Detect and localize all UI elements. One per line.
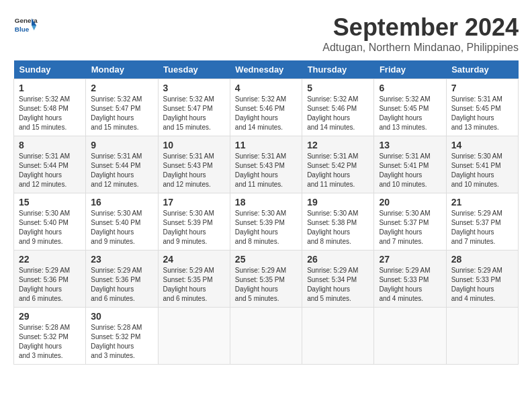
day-number: 11 [235,140,297,150]
calendar-cell: 2 Sunrise: 5:32 AMSunset: 5:47 PMDayligh… [86,79,158,136]
day-number: 29 [19,311,81,322]
day-info: Sunrise: 5:31 AMSunset: 5:42 PMDaylight … [307,152,358,188]
calendar-cell: 21 Sunrise: 5:29 AMSunset: 5:37 PMDaylig… [446,193,518,250]
day-info: Sunrise: 5:30 AMSunset: 5:39 PMDaylight … [235,210,286,245]
logo-icon: General Blue [13,13,38,38]
day-info: Sunrise: 5:32 AMSunset: 5:46 PMDaylight … [235,95,286,131]
day-info: Sunrise: 5:31 AMSunset: 5:44 PMDaylight … [19,152,70,188]
day-number: 9 [91,140,152,150]
header-wednesday: Wednesday [230,60,302,79]
calendar-cell: 24 Sunrise: 5:29 AMSunset: 5:35 PMDaylig… [158,250,230,308]
day-number: 21 [451,197,513,208]
calendar-cell: 22 Sunrise: 5:29 AMSunset: 5:36 PMDaylig… [14,250,86,308]
day-number: 17 [163,197,225,208]
header-tuesday: Tuesday [158,60,230,79]
day-number: 22 [19,254,81,265]
weekday-header-row: Sunday Monday Tuesday Wednesday Thursday… [14,60,519,79]
calendar-cell: 16 Sunrise: 5:30 AMSunset: 5:40 PMDaylig… [86,193,158,250]
day-info: Sunrise: 5:29 AMSunset: 5:35 PMDaylight … [235,267,286,302]
calendar-week-row: 1 Sunrise: 5:32 AMSunset: 5:48 PMDayligh… [14,79,519,136]
month-year-title: September 2024 [322,13,519,42]
day-number: 3 [163,83,225,93]
day-info: Sunrise: 5:32 AMSunset: 5:48 PMDaylight … [19,95,70,131]
calendar-cell: 25 Sunrise: 5:29 AMSunset: 5:35 PMDaylig… [230,250,302,308]
header-saturday: Saturday [446,60,518,79]
day-number: 6 [379,83,441,93]
day-info: Sunrise: 5:29 AMSunset: 5:36 PMDaylight … [19,267,70,302]
calendar-cell: 28 Sunrise: 5:29 AMSunset: 5:33 PMDaylig… [446,250,518,308]
day-info: Sunrise: 5:29 AMSunset: 5:36 PMDaylight … [91,267,142,302]
day-number: 10 [163,140,225,150]
day-number: 24 [163,254,225,265]
day-info: Sunrise: 5:29 AMSunset: 5:33 PMDaylight … [451,267,502,302]
day-info: Sunrise: 5:29 AMSunset: 5:35 PMDaylight … [163,267,214,302]
calendar-cell: 8 Sunrise: 5:31 AMSunset: 5:44 PMDayligh… [14,136,86,193]
svg-marker-3 [32,26,36,30]
calendar-cell [302,308,374,365]
day-info: Sunrise: 5:29 AMSunset: 5:34 PMDaylight … [307,267,358,302]
day-info: Sunrise: 5:31 AMSunset: 5:43 PMDaylight … [163,152,214,188]
day-number: 12 [307,140,369,150]
day-number: 18 [235,197,297,208]
calendar-cell [374,308,446,365]
day-number: 13 [379,140,441,150]
svg-text:Blue: Blue [15,26,30,33]
calendar-cell [230,308,302,365]
day-info: Sunrise: 5:28 AMSunset: 5:32 PMDaylight … [91,324,142,359]
day-number: 15 [19,197,81,208]
calendar-cell: 9 Sunrise: 5:31 AMSunset: 5:44 PMDayligh… [86,136,158,193]
day-info: Sunrise: 5:31 AMSunset: 5:43 PMDaylight … [235,152,286,188]
calendar-cell: 20 Sunrise: 5:30 AMSunset: 5:37 PMDaylig… [374,193,446,250]
location-subtitle: Adtugan, Northern Mindanao, Philippines [322,42,519,54]
calendar-cell: 3 Sunrise: 5:32 AMSunset: 5:47 PMDayligh… [158,79,230,136]
day-number: 4 [235,83,297,93]
day-number: 2 [91,83,152,93]
header-monday: Monday [86,60,158,79]
logo: General Blue [13,13,38,38]
header-friday: Friday [374,60,446,79]
calendar-cell: 1 Sunrise: 5:32 AMSunset: 5:48 PMDayligh… [14,79,86,136]
day-info: Sunrise: 5:30 AMSunset: 5:38 PMDaylight … [307,210,358,245]
calendar-cell: 5 Sunrise: 5:32 AMSunset: 5:46 PMDayligh… [302,79,374,136]
calendar-week-row: 8 Sunrise: 5:31 AMSunset: 5:44 PMDayligh… [14,136,519,193]
calendar-table: Sunday Monday Tuesday Wednesday Thursday… [13,60,519,365]
calendar-cell: 19 Sunrise: 5:30 AMSunset: 5:38 PMDaylig… [302,193,374,250]
calendar-cell: 6 Sunrise: 5:32 AMSunset: 5:45 PMDayligh… [374,79,446,136]
calendar-cell: 11 Sunrise: 5:31 AMSunset: 5:43 PMDaylig… [230,136,302,193]
calendar-cell: 4 Sunrise: 5:32 AMSunset: 5:46 PMDayligh… [230,79,302,136]
day-info: Sunrise: 5:32 AMSunset: 5:45 PMDaylight … [379,95,430,131]
day-info: Sunrise: 5:32 AMSunset: 5:47 PMDaylight … [91,95,142,131]
day-number: 16 [91,197,152,208]
day-info: Sunrise: 5:30 AMSunset: 5:40 PMDaylight … [91,210,142,245]
day-number: 20 [379,197,441,208]
day-info: Sunrise: 5:32 AMSunset: 5:47 PMDaylight … [163,95,214,131]
day-info: Sunrise: 5:30 AMSunset: 5:41 PMDaylight … [451,152,502,188]
day-info: Sunrise: 5:28 AMSunset: 5:32 PMDaylight … [19,324,70,359]
day-number: 30 [91,311,152,322]
calendar-cell: 29 Sunrise: 5:28 AMSunset: 5:32 PMDaylig… [14,308,86,365]
calendar-cell: 7 Sunrise: 5:31 AMSunset: 5:45 PMDayligh… [446,79,518,136]
calendar-cell: 27 Sunrise: 5:29 AMSunset: 5:33 PMDaylig… [374,250,446,308]
calendar-cell: 23 Sunrise: 5:29 AMSunset: 5:36 PMDaylig… [86,250,158,308]
day-info: Sunrise: 5:31 AMSunset: 5:45 PMDaylight … [451,95,502,131]
calendar-cell: 13 Sunrise: 5:31 AMSunset: 5:41 PMDaylig… [374,136,446,193]
day-number: 1 [19,83,81,93]
page-header: General Blue September 2024 Adtugan, Nor… [13,13,519,54]
header-thursday: Thursday [302,60,374,79]
calendar-cell: 18 Sunrise: 5:30 AMSunset: 5:39 PMDaylig… [230,193,302,250]
day-info: Sunrise: 5:30 AMSunset: 5:37 PMDaylight … [379,210,430,245]
day-info: Sunrise: 5:31 AMSunset: 5:44 PMDaylight … [91,152,142,188]
calendar-cell: 12 Sunrise: 5:31 AMSunset: 5:42 PMDaylig… [302,136,374,193]
calendar-cell [158,308,230,365]
day-info: Sunrise: 5:30 AMSunset: 5:40 PMDaylight … [19,210,70,245]
calendar-cell: 26 Sunrise: 5:29 AMSunset: 5:34 PMDaylig… [302,250,374,308]
day-number: 26 [307,254,369,265]
day-info: Sunrise: 5:31 AMSunset: 5:41 PMDaylight … [379,152,430,188]
calendar-header: Sunday Monday Tuesday Wednesday Thursday… [14,60,519,79]
day-number: 23 [91,254,152,265]
calendar-cell: 14 Sunrise: 5:30 AMSunset: 5:41 PMDaylig… [446,136,518,193]
day-number: 5 [307,83,369,93]
day-number: 19 [307,197,369,208]
day-number: 27 [379,254,441,265]
calendar-cell: 15 Sunrise: 5:30 AMSunset: 5:40 PMDaylig… [14,193,86,250]
